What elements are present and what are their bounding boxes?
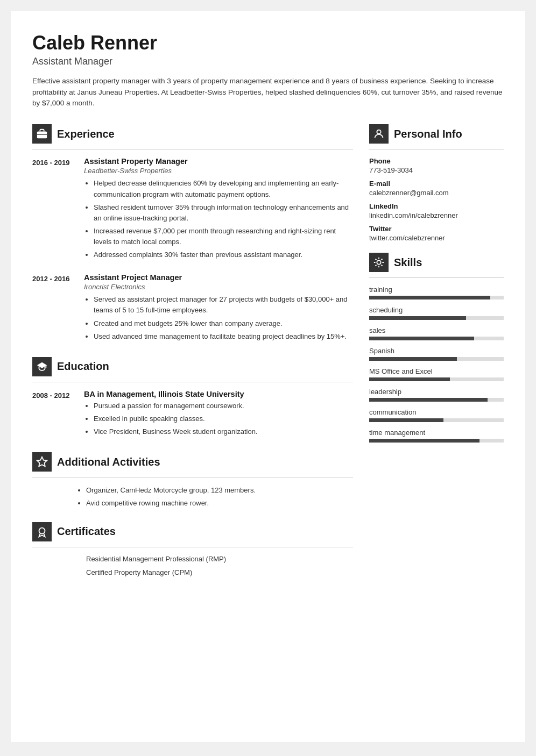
skills-section: Skills training scheduling sales Spanish bbox=[369, 253, 504, 443]
skill-name: scheduling bbox=[369, 306, 504, 314]
skill-item: training bbox=[369, 286, 504, 299]
info-value: calebzrenner@gmail.com bbox=[369, 189, 504, 197]
info-value: 773-519-3034 bbox=[369, 166, 504, 174]
skill-bar-bg bbox=[369, 439, 504, 443]
education-header: Education bbox=[32, 357, 353, 376]
person-icon bbox=[373, 128, 385, 140]
skill-name: leadership bbox=[369, 388, 504, 396]
personal-info-fields: Phone773-519-3034E-mailcalebzrenner@gmai… bbox=[369, 157, 504, 242]
education-divider bbox=[32, 382, 353, 382]
additional-header: Additional Activities bbox=[32, 452, 353, 472]
svg-point-6 bbox=[377, 261, 380, 265]
edu-dates: 2008 - 2012 bbox=[32, 390, 75, 439]
resume-page: Caleb Renner Assistant Manager Effective… bbox=[11, 11, 525, 742]
skill-bar-fill bbox=[369, 337, 474, 340]
exp-job-title: Assistant Project Manager bbox=[84, 273, 353, 282]
certificates-header: Certificates bbox=[32, 522, 353, 541]
candidate-title: Assistant Manager bbox=[32, 56, 504, 67]
education-icon bbox=[32, 357, 52, 376]
bullet-item: Vice President, Business Week student or… bbox=[94, 426, 353, 437]
certificates-title: Certificates bbox=[57, 525, 116, 538]
experience-item: 2012 - 2016 Assistant Project Manager Ir… bbox=[32, 273, 353, 344]
skill-bar-fill bbox=[369, 418, 443, 422]
skill-name: training bbox=[369, 286, 504, 294]
certificates-divider bbox=[32, 547, 353, 547]
skill-bar-bg bbox=[369, 377, 504, 381]
svg-marker-3 bbox=[37, 457, 47, 466]
skill-bar-fill bbox=[369, 357, 457, 361]
bullet-item: Served as assistant project manager for … bbox=[94, 294, 353, 316]
skill-item: communication bbox=[369, 408, 504, 422]
cert-icon-svg bbox=[36, 526, 48, 538]
skills-icon bbox=[369, 253, 389, 272]
skill-bar-bg bbox=[369, 357, 504, 361]
summary-text: Effective assistant property manager wit… bbox=[32, 76, 504, 110]
education-title: Education bbox=[57, 360, 109, 373]
main-layout: Experience 2016 - 2019 Assistant Propert… bbox=[32, 124, 504, 710]
left-column: Experience 2016 - 2019 Assistant Propert… bbox=[32, 124, 353, 710]
cert-item: Certified Property Manager (CPM) bbox=[32, 568, 353, 576]
cert-items: Residential Management Professional (RMP… bbox=[32, 555, 353, 576]
bullet-item: Addressed complaints 30% faster than pre… bbox=[94, 249, 353, 260]
exp-company: Leadbetter-Swiss Properties bbox=[84, 167, 353, 175]
personal-info-divider bbox=[369, 149, 504, 149]
experience-section: Experience 2016 - 2019 Assistant Propert… bbox=[32, 124, 353, 344]
svg-point-5 bbox=[377, 130, 380, 134]
experience-divider bbox=[32, 149, 353, 149]
experience-icon bbox=[32, 124, 52, 144]
skill-bar-bg bbox=[369, 418, 504, 422]
skill-bar-fill bbox=[369, 398, 488, 402]
edu-bullets: Pursued a passion for management coursew… bbox=[84, 401, 353, 437]
certificates-icon bbox=[32, 522, 52, 541]
exp-content: Assistant Property Manager Leadbetter-Sw… bbox=[84, 157, 353, 262]
skill-bar-fill bbox=[369, 377, 450, 381]
skill-bar-fill bbox=[369, 296, 490, 299]
svg-point-4 bbox=[39, 527, 45, 533]
info-value: linkedin.com/in/calebzrenner bbox=[369, 211, 504, 219]
skill-item: scheduling bbox=[369, 306, 504, 320]
skill-item: sales bbox=[369, 326, 504, 340]
education-item: 2008 - 2012 BA in Management, Illinois S… bbox=[32, 390, 353, 439]
exp-job-title: Assistant Property Manager bbox=[84, 157, 353, 166]
certificates-section: Certificates Residential Management Prof… bbox=[32, 522, 353, 576]
education-section: Education 2008 - 2012 BA in Management, … bbox=[32, 357, 353, 439]
info-label: LinkedIn bbox=[369, 202, 504, 210]
experience-items: 2016 - 2019 Assistant Property Manager L… bbox=[32, 157, 353, 344]
skill-name: Spanish bbox=[369, 347, 504, 355]
additional-bullet: Organizer, CamHedz Motorcycle group, 123… bbox=[86, 485, 353, 496]
skills-header: Skills bbox=[369, 253, 504, 272]
skill-bar-bg bbox=[369, 296, 504, 299]
right-column: Personal Info Phone773-519-3034E-mailcal… bbox=[369, 124, 504, 710]
additional-title: Additional Activities bbox=[57, 456, 160, 468]
resume-header: Caleb Renner Assistant Manager Effective… bbox=[32, 32, 504, 109]
personal-info-icon bbox=[369, 124, 389, 144]
skills-divider bbox=[369, 277, 504, 278]
skills-items: training scheduling sales Spanish MS Off… bbox=[369, 286, 504, 443]
skill-name: communication bbox=[369, 408, 504, 416]
info-value: twitter.com/calebzrenner bbox=[369, 234, 504, 242]
personal-info-title: Personal Info bbox=[394, 128, 462, 140]
info-label: Twitter bbox=[369, 225, 504, 233]
exp-dates: 2016 - 2019 bbox=[32, 157, 75, 262]
skill-bar-bg bbox=[369, 337, 504, 340]
skill-bar-fill bbox=[369, 316, 466, 320]
skill-item: time management bbox=[369, 429, 504, 443]
skill-bar-fill bbox=[369, 439, 479, 443]
exp-company: Ironcrist Electronics bbox=[84, 283, 353, 291]
skills-title: Skills bbox=[394, 256, 422, 269]
skill-bar-bg bbox=[369, 398, 504, 402]
edu-content: BA in Management, Illinois State Univers… bbox=[84, 390, 353, 439]
education-items: 2008 - 2012 BA in Management, Illinois S… bbox=[32, 390, 353, 439]
skill-item: leadership bbox=[369, 388, 504, 402]
additional-bullet: Avid competitive rowing machine rower. bbox=[86, 498, 353, 509]
bullet-item: Used advanced time management to facilit… bbox=[94, 331, 353, 342]
exp-bullets: Served as assistant project manager for … bbox=[84, 294, 353, 342]
personal-info-section: Personal Info Phone773-519-3034E-mailcal… bbox=[369, 124, 504, 242]
personal-info-header: Personal Info bbox=[369, 124, 504, 144]
briefcase-icon bbox=[36, 128, 48, 140]
skill-name: sales bbox=[369, 326, 504, 334]
additional-bullets: Organizer, CamHedz Motorcycle group, 123… bbox=[32, 485, 353, 509]
skill-bar-bg bbox=[369, 316, 504, 320]
exp-content: Assistant Project Manager Ironcrist Elec… bbox=[84, 273, 353, 344]
additional-icon bbox=[32, 452, 52, 472]
